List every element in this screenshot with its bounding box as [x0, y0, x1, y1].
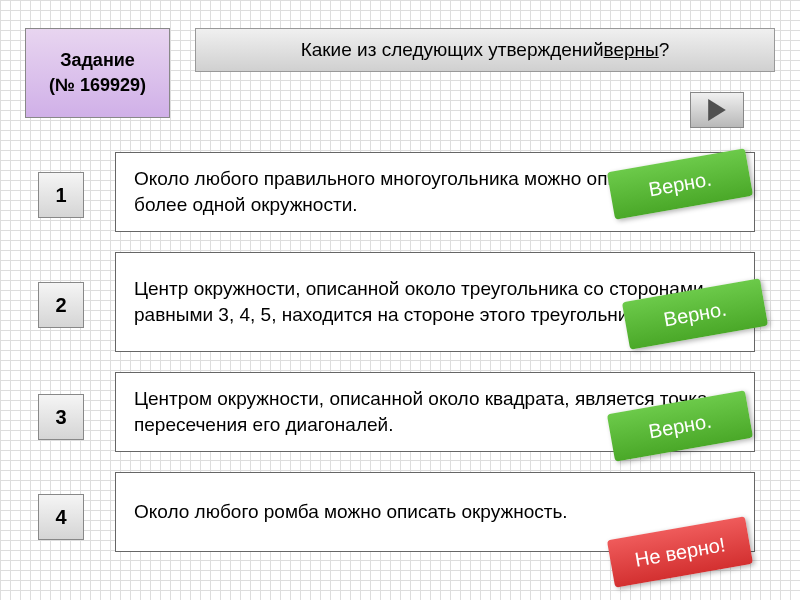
question-emphasis: верны — [604, 39, 659, 61]
svg-marker-0 — [708, 99, 726, 121]
option-number: 1 — [55, 184, 66, 207]
task-panel: Задание (№ 169929) — [25, 28, 170, 118]
question-panel: Какие из следующих утверждений верны ? — [195, 28, 775, 72]
next-button[interactable] — [690, 92, 744, 128]
option-number: 2 — [55, 294, 66, 317]
option-number: 4 — [55, 506, 66, 529]
option-button-3[interactable]: 3 — [38, 394, 84, 440]
question-prefix: Какие из следующих утверждений — [301, 39, 604, 61]
option-button-1[interactable]: 1 — [38, 172, 84, 218]
task-label: Задание — [60, 48, 135, 73]
option-button-2[interactable]: 2 — [38, 282, 84, 328]
question-suffix: ? — [659, 39, 670, 61]
task-number: (№ 169929) — [49, 73, 146, 98]
option-number: 3 — [55, 406, 66, 429]
option-button-4[interactable]: 4 — [38, 494, 84, 540]
play-icon — [706, 99, 728, 121]
